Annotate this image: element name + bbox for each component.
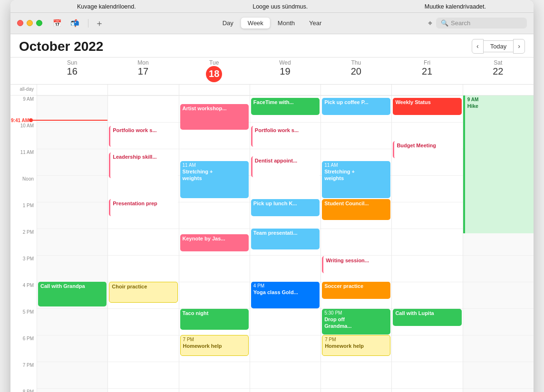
event-portfolio-wed[interactable]: Portfolio work s... [251, 126, 320, 147]
time-5pm: 5 PM [10, 308, 37, 335]
tab-year[interactable]: Year [302, 18, 328, 29]
event-soccer[interactable]: Soccer practice [322, 282, 390, 299]
next-button[interactable]: › [513, 39, 525, 53]
day-header-sat: Sat 22 [463, 57, 534, 84]
event-budget-meeting[interactable]: Budget Meeting [393, 141, 461, 158]
event-dropoff-grandma[interactable]: 5:30 PM Drop offGrandma... [322, 309, 390, 335]
event-hike[interactable]: 9 AM Hike [463, 96, 534, 233]
corner [10, 57, 37, 84]
event-portfolio-mon[interactable]: Portfolio work s... [109, 126, 177, 147]
time-2pm: 2 PM [10, 229, 37, 255]
time-7pm: 7 PM [10, 362, 37, 388]
calendar-grid-icon[interactable]: 📅 [51, 18, 64, 29]
day-header-tue: Tue 18 [179, 57, 250, 84]
time-11am: 11 AM [10, 149, 37, 175]
day-header-sun: Sun 16 [37, 57, 107, 84]
event-team-presentation[interactable]: Team presentati... [251, 229, 320, 249]
event-leadership[interactable]: Leadership skill... [109, 153, 177, 178]
toolbar-separator [88, 19, 88, 28]
tab-week[interactable]: Week [241, 18, 270, 29]
maximize-button[interactable] [36, 20, 42, 26]
event-student-council[interactable]: Student Council... [322, 199, 390, 220]
event-pickup-lunch[interactable]: Pick up lunch K... [251, 199, 320, 216]
allday-label: all-day [10, 85, 37, 95]
calendar-header: October 2022 ‹ Today › [10, 34, 534, 57]
event-stretching-thu[interactable]: 11 AM Stretching +weights [322, 161, 390, 198]
allday-row: all-day [10, 85, 534, 96]
day-header-thu: Thu 20 [321, 57, 391, 84]
time-1pm: 1 PM [10, 202, 37, 229]
day-col-fri[interactable]: Weekly Status Budget Meeting Call with L… [391, 96, 462, 392]
view-tabs: Day Week Month Year [216, 18, 329, 29]
toolbar-icons: 📅 📬 ＋ [51, 18, 104, 29]
add-event-button[interactable]: ＋ [95, 18, 104, 29]
day-header-wed: Wed 19 [250, 57, 321, 84]
close-button[interactable] [17, 20, 23, 26]
event-artist-workshop[interactable]: Artist workshop... [180, 104, 249, 130]
day-col-tue[interactable]: Artist workshop... 11 AM Stretching +wei… [179, 96, 250, 392]
annotation-1: Kuvage kalendriloend. [77, 3, 136, 11]
event-choir[interactable]: Choir practice [109, 282, 177, 303]
event-call-grandpa[interactable]: Call with Grandpa [38, 282, 107, 306]
time-column: 9 AM 10 AM 11 AM Noon 1 PM 2 PM 3 PM 4 P… [10, 96, 37, 392]
time-noon: Noon [10, 175, 37, 202]
search-icon: 🔍 [441, 19, 448, 27]
traffic-lights [17, 20, 42, 26]
day-header-fri: Fri 21 [391, 57, 462, 84]
event-weekly-status[interactable]: Weekly Status [393, 98, 461, 115]
annotation-3: Muutke kalendrivaadet. [425, 3, 486, 11]
day-col-wed[interactable]: FaceTime with... Portfolio work s... Den… [250, 96, 321, 392]
allday-fri [391, 85, 462, 95]
calendar-window: Kuvage kalendriloend. Looge uus sündmus.… [10, 0, 534, 392]
allday-wed [250, 85, 321, 95]
time-9am: 9 AM [10, 96, 37, 122]
tab-month[interactable]: Month [271, 18, 301, 29]
event-stretching-tue[interactable]: 11 AM Stretching +weights [180, 161, 249, 198]
day-col-thu[interactable]: Pick up coffee P... 11 AM Stretching +we… [321, 96, 391, 392]
time-4pm: 4 PM [10, 282, 37, 308]
event-writing-session[interactable]: Writing session... [322, 256, 390, 273]
event-keynote[interactable]: Keynote by Jas... [180, 234, 249, 251]
event-pickup-coffee[interactable]: Pick up coffee P... [322, 98, 390, 115]
right-toolbar: ⌖ 🔍 [428, 18, 527, 29]
calendar-body: 9 AM 10 AM 11 AM Noon 1 PM 2 PM 3 PM 4 P… [10, 96, 534, 392]
time-10am: 10 AM [10, 122, 37, 149]
event-taco-night[interactable]: Taco night [180, 309, 249, 330]
search-bar[interactable]: 🔍 [436, 18, 527, 29]
allday-sat [463, 85, 534, 95]
event-homework-tue[interactable]: 7 PM Homework help [180, 335, 249, 356]
time-8pm: 8 PM [10, 388, 37, 392]
minimize-button[interactable] [27, 20, 33, 26]
month-year-title: October 2022 [19, 39, 103, 54]
day-col-mon[interactable]: Portfolio work s... Leadership skill... … [107, 96, 178, 392]
day-col-sun[interactable]: 9:41 AM Call with Grandpa [37, 96, 107, 392]
today-button[interactable]: Today [484, 40, 514, 52]
prev-button[interactable]: ‹ [472, 39, 484, 53]
inbox-icon[interactable]: 📬 [68, 18, 81, 29]
event-yoga[interactable]: 4 PM Yoga class Gold... [251, 282, 320, 308]
tab-day[interactable]: Day [216, 18, 240, 29]
event-call-lupita[interactable]: Call with Lupita [393, 309, 461, 326]
event-presentation-prep[interactable]: Presentation prep [109, 199, 177, 216]
allday-sun [37, 85, 107, 95]
radar-icon[interactable]: ⌖ [428, 19, 432, 28]
event-facetime[interactable]: FaceTime with... [251, 98, 320, 115]
day-headers: Sun 16 Mon 17 Tue 18 Wed 19 Thu 20 Fri 2… [10, 57, 534, 85]
annotation-2: Looge uus sündmus. [253, 3, 308, 11]
navigation-arrows: ‹ Today › [472, 39, 525, 53]
allday-thu [321, 85, 391, 95]
search-input[interactable] [451, 19, 522, 27]
allday-tue [179, 85, 250, 95]
event-dentist[interactable]: Dentist appoint... [251, 156, 320, 177]
allday-mon [107, 85, 178, 95]
day-col-sat[interactable]: 9 AM Hike [463, 96, 534, 392]
time-3pm: 3 PM [10, 255, 37, 282]
titlebar: 📅 📬 ＋ Day Week Month Year ⌖ 🔍 [10, 13, 534, 34]
event-homework-thu[interactable]: 7 PM Homework help [322, 335, 390, 356]
time-6pm: 6 PM [10, 335, 37, 362]
day-header-mon: Mon 17 [107, 57, 178, 84]
